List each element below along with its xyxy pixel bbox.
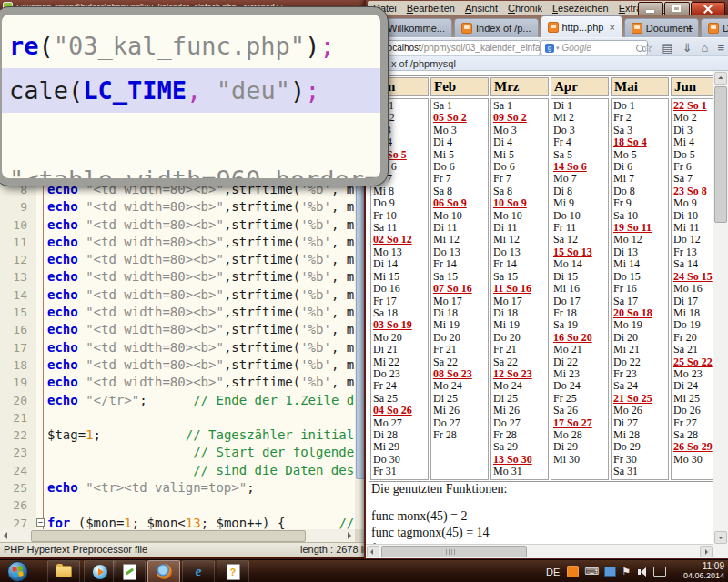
scroll-left-button[interactable] bbox=[367, 546, 379, 557]
line-number: 20 bbox=[0, 392, 33, 409]
notepadpp-horizontal-scrollbar[interactable] bbox=[0, 529, 355, 542]
bookmark-item[interactable]: x of /phpmysql bbox=[391, 58, 456, 69]
calendar-day: Do 20 bbox=[433, 332, 488, 344]
close-button[interactable] bbox=[691, 2, 725, 16]
language-indicator[interactable]: DE bbox=[546, 567, 560, 577]
new-tab-button[interactable]: + bbox=[681, 21, 699, 35]
tray-app-icon[interactable] bbox=[567, 566, 579, 577]
search-field[interactable]: g ▾ Google bbox=[541, 40, 648, 55]
remote-desktop-icon[interactable] bbox=[653, 567, 666, 577]
tab[interactable]: Index of /p... bbox=[454, 18, 539, 37]
code-line: 16echo "<td width=80><b>",strftime('%b',… bbox=[0, 321, 368, 338]
calendar-day: 04 So 26 bbox=[373, 405, 428, 416]
hamburger-menu-icon[interactable]: ≡ bbox=[717, 41, 724, 55]
page-favicon bbox=[708, 23, 719, 34]
month-header: Feb bbox=[430, 77, 489, 96]
calendar-day: Mi 22 bbox=[373, 356, 428, 368]
menu-chronik[interactable]: Chronik bbox=[508, 3, 542, 14]
calendar-day: Fr 11 bbox=[553, 222, 608, 234]
fold-margin bbox=[33, 392, 47, 409]
calendar-month-apr: AprDi 1Mi 2Do 3Fr 4Sa 514 So 6Mo 7Di 8Mi… bbox=[551, 77, 609, 480]
tab[interactable]: http...php× bbox=[541, 15, 622, 37]
taskbar-editor-button[interactable] bbox=[113, 560, 146, 582]
magnified-code-line: "<table width=960 border= bbox=[2, 157, 380, 186]
scroll-right-button[interactable] bbox=[700, 546, 713, 557]
minimize-button[interactable] bbox=[638, 2, 663, 16]
calendar-day: Mi 12 bbox=[493, 234, 548, 246]
tab[interactable]: Document bbox=[701, 18, 728, 37]
scroll-down-button[interactable] bbox=[714, 531, 727, 544]
line-number: 23 bbox=[0, 444, 33, 461]
url-field[interactable]: ⊕ localhost /phpmysql/03_kalender_einfac… bbox=[371, 40, 541, 55]
calendar-day: Sa 3 bbox=[613, 125, 668, 136]
calendar-day: Mi 14 bbox=[613, 258, 668, 270]
menu-lesezeichen[interactable]: Lesezeichen bbox=[552, 3, 609, 14]
scroll-right-icon[interactable] bbox=[348, 532, 351, 539]
scroll-up-icon bbox=[718, 76, 723, 79]
taskbar-ie-button[interactable]: e bbox=[182, 560, 215, 582]
taskbar-explorer-button[interactable] bbox=[47, 560, 80, 582]
menu-bearbeiten[interactable]: Bearbeiten bbox=[407, 3, 455, 14]
google-engine-icon[interactable]: g bbox=[545, 44, 554, 53]
scroll-up-button[interactable] bbox=[714, 72, 727, 85]
taskbar-clock[interactable]: 11:09 04.06.2014 bbox=[683, 561, 724, 581]
calendar-day: Fr 28 bbox=[493, 429, 548, 441]
calendar-day: Di 13 bbox=[613, 246, 668, 258]
file-type-label: PHP Hypertext Preprocessor file bbox=[4, 544, 147, 555]
calendar-day: Do 10 bbox=[553, 210, 608, 222]
volume-icon[interactable] bbox=[636, 567, 646, 577]
taskbar-mediaplayer-button[interactable] bbox=[84, 560, 116, 582]
action-center-flag-icon[interactable]: ⚑ bbox=[622, 560, 631, 582]
keyboard-icon[interactable]: ⌨ bbox=[584, 560, 599, 582]
maximize-button[interactable] bbox=[664, 2, 690, 16]
network-icon[interactable] bbox=[604, 567, 616, 577]
calendar-day: 09 So 2 bbox=[493, 112, 548, 124]
start-button[interactable] bbox=[7, 561, 28, 582]
calendar-day: Do 17 bbox=[553, 296, 608, 307]
windows-logo-icon bbox=[12, 566, 23, 577]
fold-collapse-icon[interactable]: − bbox=[36, 518, 45, 527]
taskbar-help-button[interactable]: ? bbox=[217, 560, 249, 582]
bookmark-star-icon[interactable]: ☆ bbox=[642, 41, 653, 55]
calendar-day: Mo 5 bbox=[613, 149, 668, 161]
close-icon bbox=[703, 5, 713, 14]
code-line: 18echo "<td width=80><b>",strftime('%b',… bbox=[0, 356, 368, 374]
scrollbar-thumb[interactable] bbox=[31, 530, 306, 542]
clock-date: 04.06.2014 bbox=[683, 571, 724, 581]
search-engine-dropdown-icon[interactable]: ▾ bbox=[556, 45, 560, 52]
calendar-day: Sa 22 bbox=[433, 356, 488, 368]
code-area[interactable]: 8echo "<td width=80><b>",strftime('%b', … bbox=[0, 181, 368, 529]
page-vertical-scrollbar[interactable] bbox=[713, 71, 728, 545]
calendar-day: Do 23 bbox=[373, 368, 428, 380]
calendar-day: Do 1 bbox=[613, 100, 668, 112]
fold-margin bbox=[33, 356, 47, 374]
bookmarks-menu-icon[interactable]: ▤ bbox=[662, 41, 672, 55]
calendar-day: Mi 26 bbox=[493, 405, 548, 416]
calendar-day: Sa 19 bbox=[553, 319, 608, 331]
calendar-day: Di 11 bbox=[493, 222, 548, 234]
calendar-day: 15 So 13 bbox=[553, 246, 608, 258]
code-line: 10echo "<td width=80><b>",strftime('%b',… bbox=[0, 216, 368, 234]
scroll-left-icon[interactable] bbox=[4, 532, 7, 539]
calendar-day: Do 15 bbox=[613, 271, 668, 283]
code-text: // sind die Daten des bbox=[47, 462, 362, 479]
code-text: echo "<td width=80><b>",strftime('%b', m bbox=[47, 198, 354, 216]
calendar-day: Do 22 bbox=[613, 356, 668, 368]
calendar-day: Di 8 bbox=[553, 186, 608, 197]
code-line: 11echo "<td width=80><b>",strftime('%b',… bbox=[0, 234, 368, 251]
tab-close-icon[interactable]: × bbox=[609, 22, 614, 33]
calendar-day: Do 27 bbox=[493, 417, 548, 429]
scrollbar-thumb[interactable] bbox=[381, 546, 527, 557]
function-result-line: func monx(45) = 2 bbox=[371, 508, 507, 525]
scrollbar-thumb[interactable] bbox=[714, 86, 727, 223]
code-text: for ($mon=1; $mon<13; $mon++) { // d bbox=[47, 515, 368, 529]
line-number: 18 bbox=[0, 356, 33, 374]
calendar-day: Do 6 bbox=[433, 161, 488, 173]
taskbar-firefox-button[interactable] bbox=[147, 560, 180, 582]
page-horizontal-scrollbar[interactable] bbox=[366, 544, 728, 558]
calendar-day: Sa 1 bbox=[433, 100, 488, 112]
menu-ansicht[interactable]: Ansicht bbox=[465, 3, 498, 14]
code-text: $tag=1; // Tageszähler initial bbox=[47, 426, 354, 444]
home-icon[interactable]: ⌂ bbox=[702, 41, 709, 55]
downloads-icon[interactable]: ⇓ bbox=[682, 41, 693, 55]
